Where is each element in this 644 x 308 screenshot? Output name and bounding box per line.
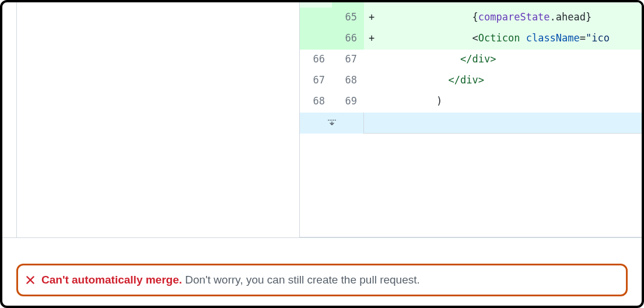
line-number-new[interactable]: 69 [332, 92, 364, 113]
code-token: > [478, 74, 484, 86]
diff-marker [364, 50, 380, 71]
diff-bottom-spacer [300, 134, 642, 192]
code-token: Octicon [478, 32, 520, 44]
merge-status-region: Can't automatically merge. Don't worry, … [16, 264, 628, 296]
expand-hunk-row [300, 113, 642, 134]
line-number-old[interactable]: 68 [300, 92, 332, 113]
code-token [383, 74, 449, 86]
diff-marker [364, 71, 380, 92]
line-number-new[interactable]: 66 [332, 29, 364, 50]
x-icon [25, 275, 36, 285]
expand-hunk-down-button[interactable] [300, 113, 364, 134]
expand-down-icon [327, 118, 337, 128]
code-token: div [460, 74, 478, 86]
diff-line: 6768 </div> [300, 71, 642, 92]
line-number-new[interactable]: 68 [332, 71, 364, 92]
code-token: ) [383, 95, 442, 107]
diff-marker [364, 92, 380, 113]
diff-view: 64+65+ {compareState.ahead}66+ <Octicon … [300, 2, 642, 237]
diff-marker: + [364, 29, 380, 50]
code-cell: ) [380, 92, 642, 113]
diff-line: 64+ [300, 2, 642, 8]
diff-marker: + [364, 2, 380, 8]
code-token: > [490, 53, 496, 65]
svg-point-1 [330, 120, 331, 121]
code-token: </ [460, 53, 472, 65]
svg-point-4 [335, 120, 336, 121]
line-number-new[interactable]: 64 [332, 2, 364, 8]
expand-hunk-spacer [364, 113, 642, 134]
code-token: div [473, 53, 491, 65]
merge-status-banner: Can't automatically merge. Don't worry, … [16, 264, 628, 296]
diff-line: 6869 ) [300, 92, 642, 113]
code-token [520, 32, 526, 44]
diff-marker: + [364, 8, 380, 29]
line-number-old[interactable]: 66 [300, 50, 332, 71]
code-token: = [580, 32, 586, 44]
diff-line: 65+ {compareState.ahead} [300, 8, 642, 29]
svg-point-2 [331, 120, 332, 121]
diff-line: 6667 </div> [300, 50, 642, 71]
svg-point-3 [333, 120, 334, 121]
svg-point-0 [328, 120, 329, 121]
code-cell: </div> [380, 50, 642, 71]
code-token: </ [449, 74, 460, 86]
left-column [16, 2, 300, 237]
merge-status-title: Can't automatically merge. [41, 274, 182, 286]
code-token: "ico [586, 32, 610, 44]
code-token: < [383, 32, 478, 44]
line-number-new[interactable]: 65 [332, 8, 364, 29]
code-cell: {compareState.ahead} [380, 8, 642, 29]
merge-status-body: Don't worry, you can still create the pu… [185, 274, 419, 286]
diff-line: 66+ <Octicon className="ico [300, 29, 642, 50]
line-number-old[interactable] [300, 29, 332, 50]
line-number-new[interactable]: 67 [332, 50, 364, 71]
code-cell: <Octicon className="ico [380, 29, 642, 50]
code-token [383, 53, 460, 65]
line-number-old[interactable] [300, 8, 332, 29]
code-token: { [383, 11, 478, 23]
line-number-old[interactable]: 67 [300, 71, 332, 92]
code-token: .ahead} [550, 11, 592, 23]
code-cell: </div> [380, 71, 642, 92]
code-token: compareState [478, 11, 550, 23]
code-token: className [526, 32, 580, 44]
content-panel: 64+65+ {compareState.ahead}66+ <Octicon … [2, 2, 642, 238]
